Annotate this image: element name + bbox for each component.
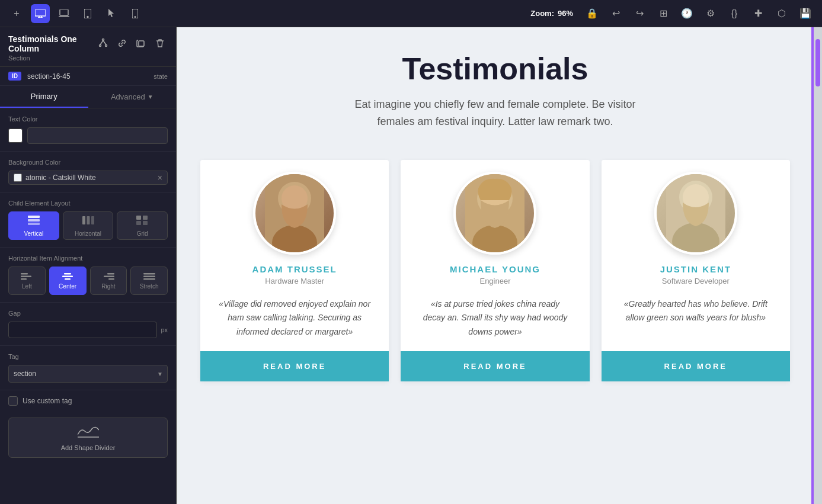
- read-more-btn-1[interactable]: READ MORE: [200, 351, 389, 381]
- hierarchy-icon[interactable]: [95, 36, 111, 51]
- link-icon[interactable]: [114, 36, 130, 51]
- testimonial-card-1: ADAM TRUSSEL Hardware Master «Village di…: [200, 160, 389, 381]
- pointer-icon[interactable]: [102, 4, 121, 23]
- svg-line-14: [103, 41, 106, 45]
- add-shape-divider-btn[interactable]: Add Shape Divider: [8, 418, 168, 458]
- align-left[interactable]: Left: [8, 267, 46, 295]
- svg-rect-19: [82, 216, 85, 224]
- mobile-icon[interactable]: [126, 4, 145, 23]
- bg-color-remove[interactable]: ×: [158, 173, 162, 182]
- avatar-adam-img: [255, 174, 334, 252]
- testimonials-grid: ADAM TRUSSEL Hardware Master «Village di…: [200, 160, 790, 381]
- section-id-row: ID section-16-45 state: [0, 67, 176, 86]
- tabs: Primary Advanced ▼: [0, 86, 176, 108]
- right-scrollbar[interactable]: [814, 27, 822, 504]
- svg-rect-35: [143, 273, 155, 275]
- gap-input-row: px: [8, 322, 168, 338]
- undo-icon[interactable]: ↩: [606, 4, 625, 23]
- grid-icon[interactable]: ⊞: [654, 4, 673, 23]
- state-label: state: [153, 73, 168, 80]
- left-label: Left: [22, 283, 32, 290]
- right-label: Right: [101, 283, 115, 290]
- svg-rect-4: [60, 9, 68, 15]
- plus-cross-icon[interactable]: ✚: [749, 4, 767, 23]
- code-icon[interactable]: {}: [725, 4, 744, 23]
- gap-section: Gap px: [0, 303, 176, 346]
- horizontal-icon: [82, 215, 95, 229]
- center-label: Center: [59, 283, 76, 290]
- avatar-michael: [453, 172, 536, 255]
- layout-horizontal[interactable]: Horizontal: [63, 211, 114, 240]
- bg-color-tag[interactable]: atomic - Catskill White ×: [8, 171, 168, 185]
- read-more-btn-3[interactable]: READ MORE: [602, 351, 790, 381]
- svg-rect-27: [21, 276, 31, 278]
- bg-color-label: Background Color: [8, 159, 168, 166]
- svg-rect-31: [65, 278, 71, 280]
- tab-primary[interactable]: Primary: [0, 86, 88, 108]
- svg-rect-32: [107, 273, 114, 275]
- align-stretch[interactable]: Stretch: [130, 267, 168, 295]
- clock-icon[interactable]: 🕐: [677, 4, 696, 23]
- svg-rect-33: [104, 276, 114, 278]
- text-color-swatch[interactable]: [8, 129, 23, 143]
- testimonial-card-3: JUSTIN KENT Software Developer «Greatly …: [602, 160, 790, 381]
- svg-point-7: [87, 16, 88, 17]
- delete-icon[interactable]: [152, 36, 168, 51]
- avatar-justin-img: [657, 174, 735, 252]
- testimonial-quote-2: «Is at purse tried jokes china ready dec…: [418, 297, 571, 339]
- person-name-1: ADAM TRUSSEL: [252, 264, 337, 274]
- main-layout: Testimonials One Column Section: [0, 27, 822, 504]
- svg-rect-28: [21, 278, 27, 280]
- read-more-btn-2[interactable]: READ MORE: [401, 351, 589, 381]
- lock-icon[interactable]: 🔒: [583, 4, 602, 23]
- layout-grid[interactable]: Grid: [117, 211, 168, 240]
- shape-divider-icon: [78, 424, 99, 442]
- avatar-justin: [654, 172, 737, 255]
- bg-color-section: Background Color atomic - Catskill White…: [0, 152, 176, 192]
- gap-unit: px: [161, 326, 168, 333]
- desktop-icon[interactable]: [31, 4, 50, 23]
- svg-point-9: [135, 16, 136, 17]
- text-color-section: Text Color: [0, 108, 176, 152]
- person-role-1: Hardware Master: [265, 277, 324, 285]
- laptop-icon[interactable]: [55, 4, 73, 23]
- svg-point-12: [105, 45, 107, 47]
- stretch-label: Stretch: [140, 283, 159, 290]
- tag-select[interactable]: section div article aside: [8, 365, 168, 383]
- layout-vertical[interactable]: Vertical: [8, 211, 59, 240]
- align-right[interactable]: Right: [90, 267, 127, 295]
- export-icon[interactable]: ⬡: [772, 4, 791, 23]
- testimonials-section: Testimonials Eat imagine you chiefly few…: [177, 27, 814, 504]
- grid-layout-icon: [136, 215, 149, 229]
- person-name-2: MICHAEL YOUNG: [450, 264, 540, 274]
- svg-rect-26: [21, 273, 28, 275]
- align-center[interactable]: Center: [49, 267, 87, 295]
- svg-rect-22: [136, 216, 141, 220]
- save-icon[interactable]: 💾: [796, 4, 815, 23]
- add-shape-label: Add Shape Divider: [61, 444, 116, 451]
- svg-rect-18: [28, 223, 40, 225]
- tablet-icon[interactable]: [78, 4, 97, 23]
- gap-input[interactable]: [8, 322, 157, 338]
- redo-icon[interactable]: ↪: [630, 4, 649, 23]
- component-type: Section: [8, 54, 95, 62]
- alignment-label: Horizontal Item Alignment: [8, 255, 168, 262]
- svg-rect-37: [143, 278, 155, 280]
- testimonial-quote-3: «Greatly hearted has who believe. Drift …: [619, 297, 772, 339]
- duplicate-icon[interactable]: [133, 36, 149, 51]
- svg-rect-29: [64, 273, 71, 275]
- avatar-adam: [253, 172, 336, 255]
- custom-tag-row: Use custom tag: [0, 390, 176, 412]
- text-color-input[interactable]: [27, 127, 168, 144]
- sidebar-header: Testimonials One Column Section: [0, 27, 176, 67]
- svg-rect-34: [108, 278, 114, 280]
- add-icon[interactable]: +: [7, 4, 26, 23]
- settings-icon[interactable]: ⚙: [701, 4, 720, 23]
- svg-rect-36: [143, 276, 155, 278]
- svg-rect-16: [28, 216, 40, 218]
- testimonials-title: Testimonials: [200, 51, 790, 86]
- align-options: Left Center Right: [8, 267, 168, 295]
- tab-advanced[interactable]: Advanced ▼: [88, 86, 177, 108]
- svg-rect-17: [28, 219, 40, 221]
- custom-tag-checkbox[interactable]: [8, 396, 18, 406]
